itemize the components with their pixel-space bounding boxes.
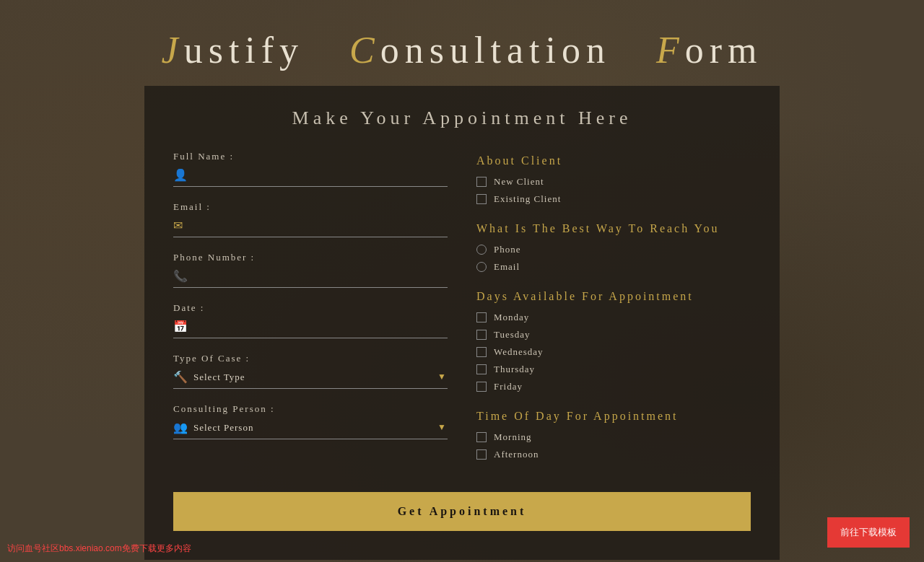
phone-group: Phone Number : 📞 <box>173 252 448 288</box>
morning-label: Morning <box>494 431 532 443</box>
date-input-wrapper: 📅 <box>173 320 448 338</box>
calendar-icon: 📅 <box>173 320 188 333</box>
consulting-person-group: Consulting Person : 👥 Select Person Atto… <box>173 403 448 439</box>
friday-label: Friday <box>494 381 523 392</box>
new-client-checkbox[interactable] <box>476 177 487 187</box>
title-gold-f: F <box>656 30 685 71</box>
group-icon: 👥 <box>173 421 188 434</box>
email-input[interactable] <box>193 220 448 232</box>
title-part2: onsultation <box>380 30 611 71</box>
time-section: Time Of Day For Appointment Morning Afte… <box>476 410 751 460</box>
morning-item: Morning <box>476 431 751 443</box>
phone-label: Phone Number : <box>173 252 448 263</box>
monday-label: Monday <box>494 312 529 323</box>
phone-radio-label: Phone <box>494 244 521 255</box>
phone-radio[interactable] <box>476 245 487 255</box>
email-label: Email : <box>173 201 448 213</box>
title-gold-c: C <box>349 30 380 71</box>
full-name-group: Full Name : 👤 <box>173 151 448 187</box>
wednesday-checkbox[interactable] <box>476 347 487 357</box>
phone-icon: 📞 <box>173 269 188 283</box>
email-radio-item: Email <box>476 261 751 273</box>
type-of-case-select-wrapper: 🔨 Select Type Criminal Civil Family Corp… <box>173 370 448 389</box>
email-group: Email : ✉ <box>173 201 448 237</box>
type-of-case-group: Type Of Case : 🔨 Select Type Criminal Ci… <box>173 353 448 389</box>
consulting-person-label: Consulting Person : <box>173 403 448 415</box>
email-radio[interactable] <box>476 262 487 272</box>
date-label: Date : <box>173 302 448 314</box>
consulting-person-select[interactable]: Select Person Attorney A Attorney B Atto… <box>193 422 448 433</box>
person-icon: 👤 <box>173 168 188 182</box>
existing-client-label: Existing Client <box>494 193 561 205</box>
page-title: Justify Consultation Form <box>0 0 924 86</box>
reach-section: What Is The Best Way To Reach You Phone … <box>476 222 751 273</box>
full-name-input[interactable] <box>193 170 448 181</box>
afternoon-item: Afternoon <box>476 449 751 460</box>
about-client-title: About Client <box>476 154 751 167</box>
thursday-label: Thursday <box>494 364 535 375</box>
afternoon-label: Afternoon <box>494 449 539 460</box>
title-part3: orm <box>685 30 763 71</box>
hammer-icon: 🔨 <box>173 370 188 384</box>
consulting-person-arrow-icon: ▼ <box>437 422 446 433</box>
form-subtitle: Make Your Appointment Here <box>173 107 751 129</box>
type-of-case-label: Type Of Case : <box>173 353 448 364</box>
phone-input-wrapper: 📞 <box>173 269 448 288</box>
existing-client-item: Existing Client <box>476 193 751 205</box>
wednesday-item: Wednesday <box>476 346 751 358</box>
existing-client-checkbox[interactable] <box>476 194 487 204</box>
date-input[interactable] <box>193 321 448 333</box>
download-button[interactable]: 前往下载模板 <box>827 517 910 548</box>
about-client-section: About Client New Client Existing Client <box>476 154 751 205</box>
time-title: Time Of Day For Appointment <box>476 410 751 423</box>
full-name-input-wrapper: 👤 <box>173 168 448 187</box>
reach-title: What Is The Best Way To Reach You <box>476 222 751 235</box>
type-of-case-arrow-icon: ▼ <box>437 372 446 382</box>
form-columns: Full Name : 👤 Email : ✉ Phone <box>173 151 751 478</box>
consulting-person-select-wrapper: 👥 Select Person Attorney A Attorney B At… <box>173 421 448 439</box>
phone-radio-item: Phone <box>476 244 751 255</box>
friday-checkbox[interactable] <box>476 382 487 392</box>
type-of-case-select[interactable]: Select Type Criminal Civil Family Corpor… <box>193 372 448 382</box>
new-client-label: New Client <box>494 176 544 188</box>
days-section: Days Available For Appointment Monday Tu… <box>476 290 751 392</box>
date-group: Date : 📅 <box>173 302 448 338</box>
email-input-wrapper: ✉ <box>173 219 448 237</box>
full-name-label: Full Name : <box>173 151 448 162</box>
thursday-checkbox[interactable] <box>476 364 487 374</box>
new-client-item: New Client <box>476 176 751 188</box>
tuesday-item: Tuesday <box>476 329 751 341</box>
email-icon: ✉ <box>173 219 188 232</box>
monday-item: Monday <box>476 312 751 323</box>
days-title: Days Available For Appointment <box>476 290 751 303</box>
phone-input[interactable] <box>193 271 448 282</box>
friday-item: Friday <box>476 381 751 392</box>
morning-checkbox[interactable] <box>476 432 487 442</box>
email-radio-label: Email <box>494 261 520 273</box>
watermark: 访问血号社区bbs.xieniao.com免费下载更多内容 <box>7 543 191 555</box>
tuesday-label: Tuesday <box>494 329 531 341</box>
monday-checkbox[interactable] <box>476 312 487 322</box>
title-gold-j: J <box>162 30 184 71</box>
right-column: About Client New Client Existing Client … <box>476 151 751 478</box>
tuesday-checkbox[interactable] <box>476 330 487 340</box>
afternoon-checkbox[interactable] <box>476 449 487 460</box>
wednesday-label: Wednesday <box>494 346 544 358</box>
submit-button[interactable]: Get Appointment <box>173 492 751 531</box>
thursday-item: Thursday <box>476 364 751 375</box>
form-container: Make Your Appointment Here Full Name : 👤… <box>144 86 780 560</box>
title-part1: ustify <box>184 30 304 71</box>
left-column: Full Name : 👤 Email : ✉ Phone <box>173 151 448 478</box>
